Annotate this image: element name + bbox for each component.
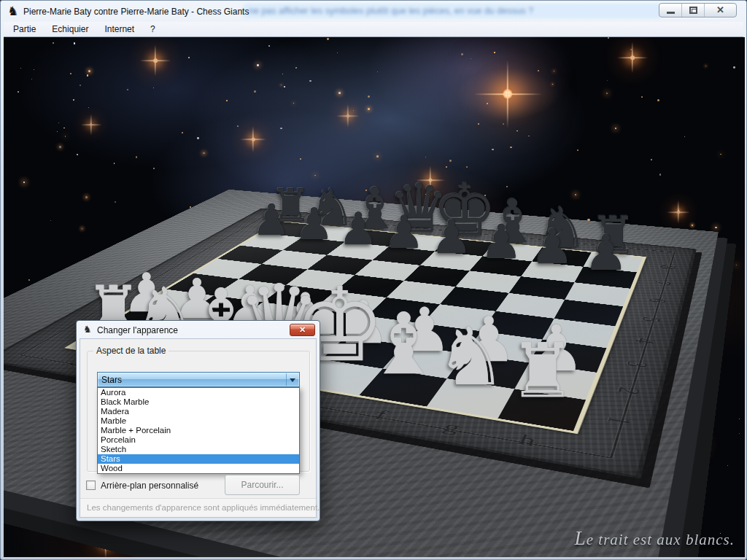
group-label: Aspect de la table: [93, 346, 169, 356]
game-viewport: abcdefgh12345678 ♜♞♝♛♚♝♞♜♟♟♟♟♟♟♟♟♟♟♟♟♟♟♟…: [4, 37, 745, 557]
chevron-down-icon[interactable]: [286, 373, 298, 386]
dropdown-option[interactable]: Porcelain: [98, 435, 299, 445]
knight-icon: ♞: [83, 324, 92, 335]
close-button[interactable]: ✕: [705, 4, 736, 17]
browse-button[interactable]: Parcourir...: [225, 475, 300, 495]
dropdown-option[interactable]: Madera: [98, 407, 299, 416]
combobox-dropdown-list: AuroraBlack MarbleMaderaMarbleMarble + P…: [97, 387, 300, 474]
dialog-title: Changer l'apparence: [97, 325, 178, 335]
window-controls: ✕: [659, 3, 737, 18]
dropdown-option[interactable]: Stars: [98, 454, 299, 464]
minimize-button[interactable]: [659, 4, 682, 17]
dialog-body: Aspect de la table Stars AuroraBlack Mar…: [80, 338, 317, 518]
restore-icon: [689, 7, 697, 14]
tooltip-ghost-text: ne pas afficher les symboles plutôt que …: [249, 6, 665, 16]
turn-indicator: Le trait est aux blancs.: [575, 527, 735, 550]
status-text: Les changements d'apparence sont appliqu…: [80, 499, 316, 512]
menu-item-[interactable]: ?: [142, 22, 163, 37]
custom-background-checkbox[interactable]: [86, 481, 96, 490]
menu-item-partie[interactable]: Partie: [5, 22, 44, 37]
title-bar: ne pas afficher les symboles plutôt que …: [1, 1, 746, 22]
close-icon: ✕: [705, 4, 736, 15]
dialog-status-bar: Les changements d'apparence sont appliqu…: [80, 498, 316, 517]
menu-item-internet[interactable]: Internet: [96, 22, 142, 37]
dropdown-option[interactable]: Wood: [98, 464, 299, 473]
combobox-value: Stars: [101, 375, 122, 385]
dialog-title-bar[interactable]: ♞ Changer l'apparence ✕: [77, 321, 320, 338]
maximize-button[interactable]: [682, 4, 705, 17]
dropdown-option[interactable]: Aurora: [98, 388, 299, 397]
dialog-close-button[interactable]: ✕: [290, 324, 315, 336]
knight-icon: ♞: [7, 5, 20, 18]
menu-item-echiquier[interactable]: Echiquier: [44, 22, 96, 37]
menu-bar: PartieEchiquierInternet?: [4, 22, 743, 37]
dropdown-option[interactable]: Marble: [98, 416, 299, 426]
dropdown-option[interactable]: Black Marble: [98, 397, 299, 407]
window-title: Pierre-Marie Baty contre Pierre-Marie Ba…: [23, 7, 249, 17]
appearance-dialog: ♞ Changer l'apparence ✕ Aspect de la tab…: [76, 320, 320, 521]
table-aspect-combobox[interactable]: Stars: [97, 372, 300, 387]
dropdown-option[interactable]: Marble + Porcelain: [98, 426, 299, 435]
dropdown-option[interactable]: Sketch: [98, 445, 299, 454]
app-window: ne pas afficher les symboles plutôt que …: [0, 0, 747, 560]
close-icon: ✕: [290, 324, 314, 335]
minimize-icon: [667, 12, 675, 14]
checkbox-label: Arrière-plan personnalisé: [101, 481, 198, 491]
